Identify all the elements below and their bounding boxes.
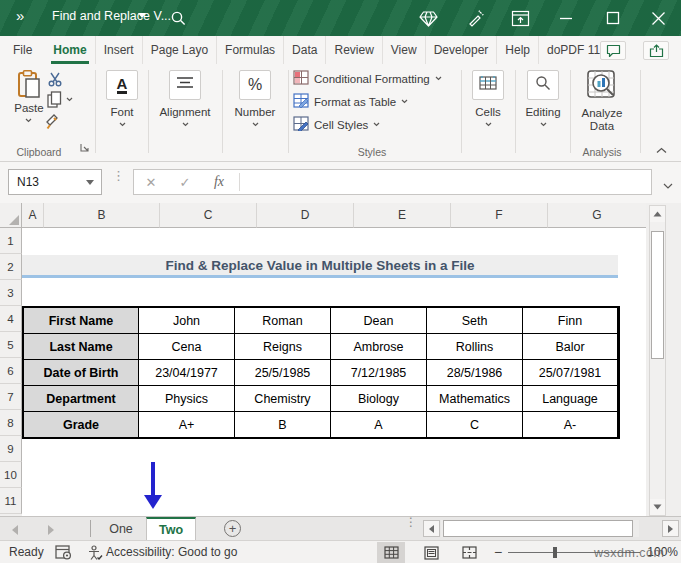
copy-dropdown-chevron-icon[interactable] <box>66 97 73 102</box>
formula-input[interactable] <box>243 171 651 193</box>
collapse-ribbon-icon[interactable] <box>656 140 667 158</box>
tab-developer[interactable]: Developer <box>426 36 498 64</box>
row-header-5[interactable]: 5 <box>0 332 22 358</box>
table-cell[interactable]: Seth <box>427 308 522 333</box>
accessibility-icon[interactable] <box>87 545 103 563</box>
launcher-pen-icon[interactable] <box>465 8 485 28</box>
tab-help[interactable]: Help <box>497 36 539 64</box>
table-cell[interactable]: A- <box>523 412 617 437</box>
row-header-1[interactable]: 1 <box>0 228 22 254</box>
cells-group-button[interactable] <box>472 70 504 100</box>
cancel-entry-icon[interactable]: ✕ <box>134 175 168 190</box>
row-header-6[interactable]: 6 <box>0 358 22 384</box>
name-box[interactable]: N13 <box>8 169 102 195</box>
table-cell[interactable]: Physics <box>139 386 234 411</box>
cell-styles-button[interactable]: Cell Styles <box>293 116 380 133</box>
row-header-2[interactable]: 2 <box>0 254 22 280</box>
table-cell[interactable]: C <box>427 412 522 437</box>
vertical-scrollbar[interactable] <box>649 205 666 516</box>
sheet-nav-prev-icon[interactable] <box>12 525 18 535</box>
name-box-caret-icon[interactable] <box>86 180 94 185</box>
table-row-label[interactable]: First Name <box>24 308 138 333</box>
hscroll-left-icon[interactable] <box>423 520 440 537</box>
format-as-table-button[interactable]: Format as Table <box>293 93 408 110</box>
column-header-a[interactable]: A <box>22 203 44 228</box>
insert-function-icon[interactable]: fx <box>202 174 236 190</box>
paste-button[interactable]: Paste <box>10 70 48 126</box>
table-cell[interactable]: 25/5/1985 <box>235 360 330 385</box>
table-cell[interactable]: Cena <box>139 334 234 359</box>
horizontal-scrollbar[interactable] <box>441 520 639 537</box>
formula-bar-expand-icon[interactable] <box>663 175 673 193</box>
table-cell[interactable]: Biology <box>331 386 426 411</box>
row-header-4[interactable]: 4 <box>0 306 22 332</box>
sheet-nav-next-icon[interactable] <box>48 525 54 535</box>
comments-button[interactable] <box>600 41 626 60</box>
row-header-7[interactable]: 7 <box>0 384 22 410</box>
tab-insert[interactable]: Insert <box>96 36 143 64</box>
analyze-data-button[interactable]: Analyze Data <box>578 68 626 133</box>
tab-dopdf[interactable]: doPDF 11 <box>539 36 608 64</box>
table-cell[interactable]: Roman <box>235 308 330 333</box>
zoom-out-icon[interactable]: − <box>494 544 502 560</box>
tab-page-layout[interactable]: Page Layo <box>143 36 217 64</box>
premium-diamond-icon[interactable] <box>418 8 438 28</box>
tab-data[interactable]: Data <box>284 36 326 64</box>
table-cell[interactable]: Rollins <box>427 334 522 359</box>
scroll-down-icon[interactable] <box>650 499 665 515</box>
sheet-tab-two[interactable]: Two <box>146 517 196 540</box>
zoom-slider-handle[interactable] <box>553 547 557 558</box>
horizontal-scroll-thumb[interactable] <box>443 520 633 537</box>
table-cell[interactable]: Language <box>523 386 617 411</box>
table-cell[interactable]: Chemistry <box>235 386 330 411</box>
table-cell[interactable]: B <box>235 412 330 437</box>
number-group-button[interactable]: % <box>239 70 271 100</box>
confirm-entry-icon[interactable]: ✓ <box>168 175 202 190</box>
ribbon-display-options-icon[interactable] <box>510 8 530 28</box>
column-header-g[interactable]: G <box>548 203 646 228</box>
scroll-up-icon[interactable] <box>650 206 665 222</box>
table-cell[interactable]: A+ <box>139 412 234 437</box>
select-all-corner[interactable] <box>0 203 22 228</box>
table-cell[interactable]: 23/04/1977 <box>139 360 234 385</box>
formula-bar-grip-icon[interactable]: ⋮ <box>112 172 125 179</box>
table-row-label[interactable]: Last Name <box>24 334 138 359</box>
sheet-tab-one[interactable]: One <box>98 517 144 540</box>
table-cell[interactable]: 28/5/1986 <box>427 360 522 385</box>
row-header-9[interactable]: 9 <box>0 436 22 462</box>
table-cell[interactable]: Finn <box>523 308 617 333</box>
table-row-label[interactable]: Grade <box>24 412 138 437</box>
new-sheet-button[interactable]: + <box>224 520 241 537</box>
macro-record-icon[interactable] <box>55 545 72 563</box>
close-button[interactable] <box>648 8 668 28</box>
normal-view-button[interactable] <box>377 542 405 563</box>
table-cell[interactable]: 25/07/1981 <box>523 360 617 385</box>
clipboard-dialog-launcher-icon[interactable] <box>80 138 89 156</box>
table-cell[interactable]: A <box>331 412 426 437</box>
format-painter-icon[interactable] <box>45 113 63 134</box>
column-header-f[interactable]: F <box>451 203 548 228</box>
search-icon[interactable] <box>168 8 188 28</box>
row-header-11[interactable]: 11 <box>0 488 22 514</box>
copy-icon[interactable] <box>47 91 62 112</box>
column-header-b[interactable]: B <box>44 203 160 228</box>
maximize-button[interactable] <box>603 8 623 28</box>
share-button[interactable] <box>643 41 669 60</box>
page-layout-view-button[interactable] <box>417 542 445 563</box>
table-cell[interactable]: 7/12/1985 <box>331 360 426 385</box>
alignment-group-button[interactable] <box>169 70 201 100</box>
font-group-button[interactable]: A <box>106 70 138 100</box>
row-header-3[interactable]: 3 <box>0 280 22 306</box>
table-cell[interactable]: Reigns <box>235 334 330 359</box>
title-dropdown-caret-icon[interactable] <box>138 13 146 18</box>
vertical-scroll-thumb[interactable] <box>651 231 664 359</box>
tabstrip-splitter-icon[interactable]: ⋮ <box>405 519 417 525</box>
hscroll-right-icon[interactable] <box>662 520 679 537</box>
column-header-c[interactable]: C <box>160 203 257 228</box>
tab-review[interactable]: Review <box>326 36 382 64</box>
row-header-10[interactable]: 10 <box>0 462 22 488</box>
table-cell[interactable]: Dean <box>331 308 426 333</box>
column-header-e[interactable]: E <box>354 203 451 228</box>
cut-icon[interactable] <box>47 72 63 91</box>
table-cell[interactable]: Ambrose <box>331 334 426 359</box>
